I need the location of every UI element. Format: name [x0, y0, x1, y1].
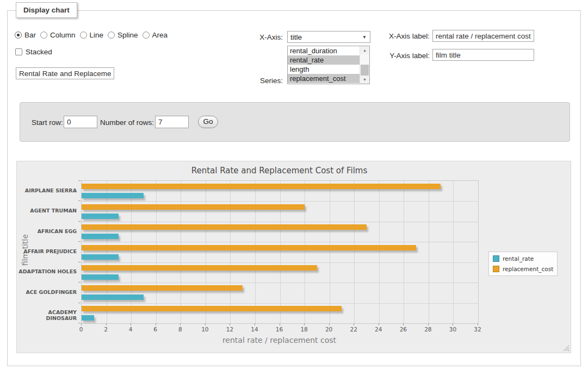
series-option-length[interactable]: length: [288, 65, 360, 74]
x-tick-mark: [230, 323, 230, 325]
category-label: AFRICAN EGG: [17, 228, 77, 234]
x-tick-mark: [304, 323, 305, 325]
gridline-vertical: [131, 181, 132, 323]
category-label: ACE GOLDFINGER: [17, 289, 77, 295]
category-label: ADAPTATION HOLES: [17, 268, 77, 274]
radio-option-line[interactable]: Line: [80, 31, 104, 39]
radio-label[interactable]: Column: [50, 31, 76, 39]
series-option-rental-duration[interactable]: rental_duration: [288, 46, 360, 55]
y-tick-mark: [78, 221, 81, 222]
checkbox-icon[interactable]: [15, 48, 22, 55]
chart-type-radio-group: Bar Column Line Spline Area: [15, 31, 168, 39]
dropdown-arrow-icon[interactable]: ▼: [362, 35, 367, 40]
radio-option-column[interactable]: Column: [40, 31, 76, 39]
x-tick-mark: [81, 323, 82, 325]
start-row-label: Start row:: [32, 118, 63, 127]
x-axis-select[interactable]: title ▼: [287, 31, 370, 43]
category-label: AIRPLANE SIERRA: [17, 187, 77, 193]
row-controls-panel: Start row: Number of rows: Go: [20, 102, 570, 142]
series-option-rental-rate[interactable]: rental_rate: [288, 55, 360, 65]
x-tick-mark: [205, 323, 206, 325]
y-tick-mark: [78, 200, 81, 201]
series-option-replacement-cost[interactable]: replacement_cost: [288, 74, 360, 83]
bar-replacement_cost: [82, 204, 305, 210]
gridline-vertical: [107, 181, 107, 323]
scroll-up-icon[interactable]: ▲: [360, 46, 369, 54]
listbox-scrollbar[interactable]: ▲ ▼: [360, 46, 369, 84]
bar-rental_rate: [82, 315, 94, 321]
x-tick-mark: [379, 323, 379, 325]
x-tick-mark: [354, 323, 354, 325]
x-axis-select-label: X-Axis:: [225, 33, 283, 41]
radio-label[interactable]: Area: [152, 31, 168, 39]
radio-option-area[interactable]: Area: [143, 31, 168, 39]
radio-icon[interactable]: [108, 32, 115, 39]
x-tick-label: 14: [246, 326, 263, 333]
x-tick-label: 6: [147, 326, 164, 333]
x-tick-mark: [403, 323, 404, 325]
display-chart-fieldset: Display chart Bar Column Line Spline Are…: [7, 10, 581, 366]
go-button[interactable]: Go: [198, 116, 218, 128]
gridline-vertical: [404, 181, 404, 323]
legend-item: replacement_cost: [493, 265, 553, 273]
gridline-vertical: [453, 181, 454, 323]
radio-label[interactable]: Spline: [117, 31, 138, 39]
bar-replacement_cost: [82, 245, 416, 250]
radio-icon[interactable]: [15, 32, 22, 39]
x-tick-label: 22: [345, 326, 362, 333]
bar-replacement_cost: [82, 285, 243, 291]
radio-label[interactable]: Bar: [24, 31, 36, 39]
x-tick-mark: [180, 323, 181, 325]
gridline-horizontal: [82, 222, 478, 222]
y-tick-mark: [78, 180, 81, 181]
x-tick-label: 4: [122, 326, 139, 333]
x-tick-label: 20: [321, 326, 337, 333]
x-tick-mark: [106, 323, 107, 325]
x-axis-label-input[interactable]: [432, 30, 534, 42]
category-label: AFFAIR PREJUDICE: [17, 248, 77, 254]
scrollbar-thumb[interactable]: [361, 65, 369, 76]
y-axis-label-input[interactable]: [432, 49, 534, 61]
x-tick-label: 10: [197, 326, 213, 333]
y-axis-label-field-label: Y-Axis label:: [372, 52, 430, 60]
legend-swatch-rental_rate: [493, 255, 499, 262]
plot-area: [81, 180, 479, 324]
category-label: AGENT TRUMAN: [17, 208, 77, 214]
series-listbox[interactable]: rental_duration rental_rate length repla…: [287, 46, 370, 84]
x-tick-label: 26: [395, 326, 411, 333]
chart-legend: rental_ratereplacement_cost: [488, 252, 558, 276]
bar-rental_rate: [82, 294, 144, 300]
radio-icon[interactable]: [143, 32, 150, 39]
bar-rental_rate: [82, 214, 119, 219]
scroll-down-icon[interactable]: ▼: [360, 76, 369, 84]
x-tick-label: 12: [221, 326, 238, 333]
gridline-vertical: [280, 181, 281, 323]
fieldset-legend: Display chart: [16, 2, 77, 18]
stacked-checkbox-row[interactable]: Stacked: [15, 48, 52, 56]
resize-grip[interactable]: [563, 345, 569, 351]
start-row-input[interactable]: [64, 116, 97, 128]
radio-icon[interactable]: [80, 32, 87, 39]
legend-label: replacement_cost: [503, 266, 553, 272]
fieldset-legend-text: Display chart: [23, 6, 70, 14]
chart: Rental Rate and Replacement Cost of Film…: [16, 161, 571, 353]
gridline-vertical: [305, 181, 305, 323]
chart-title-input[interactable]: [16, 67, 114, 79]
stacked-label[interactable]: Stacked: [26, 48, 52, 56]
radio-label[interactable]: Line: [90, 31, 104, 39]
x-axis-label-field-label: X-Axis label:: [372, 32, 430, 40]
radio-option-spline[interactable]: Spline: [108, 31, 138, 39]
series-select-label: Series:: [225, 77, 283, 85]
radio-option-bar[interactable]: Bar: [15, 31, 36, 39]
gridline-horizontal: [82, 283, 478, 283]
gridline-horizontal: [82, 201, 478, 202]
gridline-vertical: [354, 181, 355, 323]
radio-icon[interactable]: [40, 32, 47, 39]
y-tick-mark: [78, 323, 81, 323]
gridline-vertical: [255, 181, 256, 323]
x-tick-label: 32: [469, 326, 486, 333]
chart-title: Rental Rate and Replacement Cost of Film…: [81, 166, 478, 175]
number-of-rows-input[interactable]: [155, 116, 189, 128]
gridline-vertical: [230, 181, 231, 323]
page: Display chart Bar Column Line Spline Are…: [0, 0, 588, 370]
